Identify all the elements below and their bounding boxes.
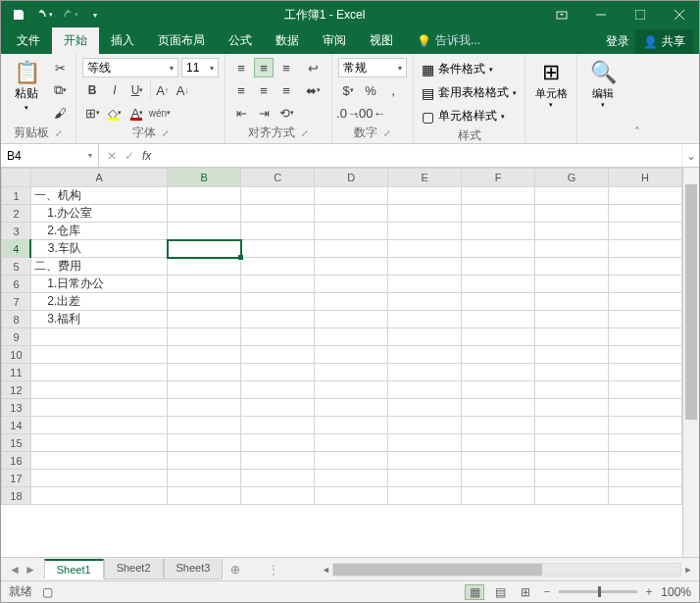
cell-D14[interactable] <box>315 417 388 434</box>
cell-F13[interactable] <box>462 399 535 417</box>
font-name-combo[interactable]: 等线▾ <box>82 58 178 77</box>
decrease-font-icon[interactable]: A↓ <box>173 80 192 100</box>
cell-H12[interactable] <box>609 381 682 399</box>
row-header-1[interactable]: 1 <box>2 187 31 205</box>
cell-C8[interactable] <box>241 311 315 328</box>
cell-G6[interactable] <box>535 276 609 293</box>
row-header-8[interactable]: 8 <box>2 311 31 328</box>
zoom-in-icon[interactable]: ＋ <box>643 583 655 600</box>
cell-G11[interactable] <box>535 364 609 381</box>
cell-B1[interactable] <box>168 187 241 205</box>
cell-G9[interactable] <box>535 328 609 346</box>
cell-B3[interactable] <box>168 223 241 240</box>
zoom-level[interactable]: 100% <box>661 585 691 599</box>
select-all-corner[interactable] <box>2 169 31 187</box>
login-link[interactable]: 登录 <box>606 33 629 50</box>
row-header-3[interactable]: 3 <box>2 223 31 240</box>
cell-A2[interactable]: 1.办公室 <box>30 205 167 223</box>
cell-B13[interactable] <box>168 399 241 417</box>
cell-C12[interactable] <box>241 381 315 399</box>
cell-H1[interactable] <box>609 187 682 205</box>
cell-E10[interactable] <box>388 346 462 364</box>
format-painter-icon[interactable]: 🖌 <box>50 103 70 123</box>
percent-format-icon[interactable]: % <box>361 80 380 100</box>
tab-review[interactable]: 审阅 <box>311 27 358 54</box>
cell-H14[interactable] <box>609 417 682 434</box>
cell-A10[interactable] <box>30 346 167 364</box>
cell-H13[interactable] <box>609 399 682 417</box>
normal-view-icon[interactable]: ▦ <box>465 584 484 600</box>
cell-B4[interactable] <box>168 240 241 258</box>
cell-G4[interactable] <box>535 240 609 258</box>
zoom-slider[interactable] <box>559 590 637 593</box>
name-box[interactable]: B4▾ <box>1 144 99 167</box>
cell-D13[interactable] <box>315 399 388 417</box>
cell-F15[interactable] <box>462 434 535 452</box>
decrease-decimal-icon[interactable]: .00← <box>361 103 380 123</box>
cell-B6[interactable] <box>168 276 241 293</box>
cell-E3[interactable] <box>388 223 462 240</box>
increase-indent-icon[interactable]: ⇥ <box>254 103 274 123</box>
cell-H16[interactable] <box>609 452 682 470</box>
copy-icon[interactable]: ⧉▾ <box>50 80 70 100</box>
cell-F5[interactable] <box>462 258 535 276</box>
enter-formula-icon[interactable]: ✓ <box>125 149 134 163</box>
align-top-icon[interactable]: ≡ <box>231 58 251 77</box>
col-header-G[interactable]: G <box>535 169 609 187</box>
cell-D17[interactable] <box>315 470 388 487</box>
cell-F1[interactable] <box>462 187 535 205</box>
cell-G13[interactable] <box>535 399 609 417</box>
row-header-12[interactable]: 12 <box>2 381 31 399</box>
cell-A12[interactable] <box>30 381 167 399</box>
cell-A14[interactable] <box>30 417 167 434</box>
underline-button[interactable]: U▾ <box>127 80 147 100</box>
cell-A18[interactable] <box>30 487 167 505</box>
cell-H11[interactable] <box>609 364 682 381</box>
cell-A8[interactable]: 3.福利 <box>30 311 167 328</box>
align-right-icon[interactable]: ≡ <box>276 80 296 100</box>
cell-A11[interactable] <box>30 364 167 381</box>
row-header-4[interactable]: 4 <box>2 240 31 258</box>
increase-font-icon[interactable]: A↑ <box>150 80 170 100</box>
col-header-F[interactable]: F <box>462 169 535 187</box>
tell-me[interactable]: 💡告诉我... <box>405 27 492 54</box>
merge-center-icon[interactable]: ⬌▾ <box>300 80 325 100</box>
sheet-tab-Sheet3[interactable]: Sheet3 <box>164 559 224 579</box>
cell-F16[interactable] <box>462 452 535 470</box>
cell-H7[interactable] <box>609 293 682 311</box>
sheet-tab-Sheet2[interactable]: Sheet2 <box>104 559 164 579</box>
cell-F2[interactable] <box>462 205 535 223</box>
accounting-format-icon[interactable]: $▾ <box>338 80 358 100</box>
cell-C9[interactable] <box>241 328 315 346</box>
cell-A9[interactable] <box>30 328 167 346</box>
collapse-ribbon-icon[interactable]: ˄ <box>628 54 646 143</box>
align-bottom-icon[interactable]: ≡ <box>276 58 296 77</box>
sheet-tab-Sheet1[interactable]: Sheet1 <box>44 559 104 579</box>
cell-G2[interactable] <box>535 205 609 223</box>
cell-G3[interactable] <box>535 223 609 240</box>
cell-C5[interactable] <box>241 258 315 276</box>
row-header-2[interactable]: 2 <box>2 205 31 223</box>
row-header-17[interactable]: 17 <box>2 470 31 487</box>
cell-D4[interactable] <box>315 240 388 258</box>
cell-H9[interactable] <box>609 328 682 346</box>
cell-C2[interactable] <box>241 205 315 223</box>
cell-E11[interactable] <box>388 364 462 381</box>
cell-G15[interactable] <box>535 434 609 452</box>
cell-E1[interactable] <box>388 187 462 205</box>
cell-F9[interactable] <box>462 328 535 346</box>
cell-F17[interactable] <box>462 470 535 487</box>
cell-A3[interactable]: 2.仓库 <box>30 223 167 240</box>
cell-F10[interactable] <box>462 346 535 364</box>
cell-E5[interactable] <box>388 258 462 276</box>
cell-E14[interactable] <box>388 417 462 434</box>
align-center-icon[interactable]: ≡ <box>254 80 274 100</box>
col-header-H[interactable]: H <box>609 169 682 187</box>
cell-D15[interactable] <box>315 434 388 452</box>
cell-G8[interactable] <box>535 311 609 328</box>
tab-home[interactable]: 开始 <box>52 27 99 54</box>
cell-D6[interactable] <box>315 276 388 293</box>
cell-E16[interactable] <box>388 452 462 470</box>
cell-B16[interactable] <box>168 452 241 470</box>
wrap-text-icon[interactable]: ↩ <box>300 58 325 77</box>
